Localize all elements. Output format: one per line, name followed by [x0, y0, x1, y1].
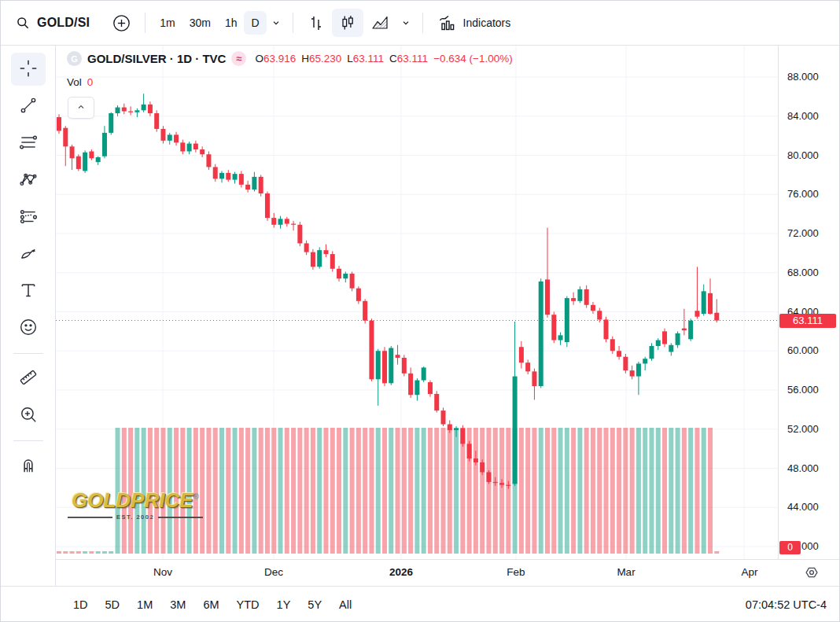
candle-body [271, 218, 276, 225]
price-tick-label: 44.000 [787, 501, 819, 513]
candle-body [584, 289, 589, 305]
volume-bar [577, 428, 582, 554]
volume-bar [636, 428, 641, 554]
volume-bar [174, 428, 179, 554]
candle-body [304, 243, 309, 252]
last-price-badge: 63.111 [779, 314, 836, 328]
chart-style-bars-button[interactable] [300, 9, 332, 37]
volume-bar-stub [70, 551, 75, 554]
price-tick-label: 80.000 [787, 149, 819, 161]
range-button-5d[interactable]: 5D [101, 594, 125, 615]
candle-body [708, 293, 713, 314]
range-button-all[interactable]: All [334, 594, 356, 615]
candle-body [187, 144, 192, 152]
indicators-icon [437, 13, 457, 32]
bar-chart-icon [307, 13, 326, 32]
indicators-button[interactable]: Indicators [430, 9, 518, 37]
candle-body [278, 219, 283, 224]
trading-chart-app: GOLD/SI 1m30m1hD [0, 0, 840, 622]
volume-bar [134, 428, 139, 554]
price-tick-label: 52.000 [787, 423, 819, 435]
candle-body [70, 146, 75, 158]
range-button-1m[interactable]: 1M [132, 594, 157, 615]
candle-body [643, 359, 647, 363]
price-tick-label: 76.000 [787, 188, 819, 200]
compare-add-button[interactable] [105, 9, 138, 38]
volume-bar-stub [102, 551, 107, 554]
volume-bar [278, 428, 283, 554]
xabcd-pattern-tool-button[interactable] [11, 164, 46, 197]
interval-button-1h[interactable]: 1h [218, 11, 245, 35]
chart-style-area-button[interactable] [363, 9, 396, 37]
volume-bar [414, 428, 419, 554]
interval-button-1m[interactable]: 1m [153, 11, 182, 35]
interval-button-30m[interactable]: 30m [182, 11, 218, 35]
gear-icon [802, 572, 821, 583]
volume-bar [382, 428, 387, 554]
fib-retracement-tool-button[interactable] [11, 127, 46, 160]
legend-title[interactable]: GOLD/SILVER · 1D · TVC [87, 52, 226, 65]
range-button-1y[interactable]: 1Y [272, 594, 296, 615]
volume-bar [610, 428, 615, 554]
delayed-data-badge[interactable]: ≈ [231, 51, 246, 66]
chart-style-candles-button[interactable] [332, 9, 363, 37]
volume-bar [363, 428, 367, 554]
time-axis[interactable]: NovDec2026FebMarApr [56, 559, 840, 586]
candle-body [441, 410, 446, 424]
candle-body [160, 129, 165, 141]
crosshair-tool-button[interactable] [11, 53, 46, 86]
symbol-search-button[interactable]: GOLD/SI [9, 10, 96, 35]
range-button-3m[interactable]: 3M [165, 594, 190, 615]
range-button-1d[interactable]: 1D [68, 594, 93, 615]
volume-bar [448, 428, 452, 554]
magnet-tool-button[interactable] [11, 449, 46, 482]
volume-legend[interactable]: Vol0 [67, 76, 93, 88]
candle-body [591, 305, 595, 311]
symbol-name: GOLD/SI [37, 16, 90, 30]
date-range-group: 1D5D1M3M6MYTD1Y5YAll [68, 594, 356, 615]
volume-bar [226, 428, 230, 554]
clock[interactable]: 07:04:52 UTC-4 [746, 598, 827, 611]
volume-bar [122, 428, 127, 554]
long-position-tool-button[interactable] [11, 201, 46, 234]
zoom-in-tool-button[interactable] [11, 399, 46, 432]
candle-body [317, 250, 322, 267]
measure-tool-button[interactable] [11, 362, 46, 395]
candlestick-chart[interactable] [56, 46, 778, 559]
volume-bar [519, 428, 524, 554]
zoom-in-icon [18, 404, 39, 427]
candlestick-icon [338, 13, 357, 32]
candle-body [239, 174, 244, 185]
chart-legend[interactable]: G GOLD/SILVER · 1D · TVC ≈ O63.916 H65.2… [67, 51, 513, 66]
chart-style-dropdown-chevron-icon[interactable] [396, 12, 415, 34]
collapse-legend-button[interactable] [68, 97, 94, 119]
volume-bar [259, 428, 263, 554]
range-button-6m[interactable]: 6M [198, 594, 223, 615]
interval-dropdown-chevron-icon[interactable] [267, 12, 286, 34]
volume-bar [662, 428, 667, 554]
emoji-tool-button[interactable] [11, 311, 46, 344]
candle-body [174, 134, 179, 142]
volume-value-badge: 0 [779, 541, 801, 554]
volume-bar [297, 428, 302, 554]
trend-line-tool-button[interactable] [11, 90, 46, 123]
brush-tool-button[interactable] [11, 237, 46, 271]
interval-button-d[interactable]: D [244, 11, 266, 35]
trend-line-icon [18, 95, 39, 118]
price-axis[interactable]: 88.00084.00080.00076.00072.00068.00064.0… [778, 46, 840, 559]
volume-bar [252, 428, 256, 554]
text-tool-button[interactable] [11, 274, 46, 307]
axis-settings-button[interactable] [801, 564, 822, 583]
range-button-5y[interactable]: 5Y [303, 594, 326, 615]
volume-bar [682, 428, 687, 554]
text-icon [18, 280, 39, 303]
candle-body [363, 301, 367, 321]
volume-bar [271, 428, 276, 554]
range-button-ytd[interactable]: YTD [232, 594, 264, 615]
candle-body [63, 128, 68, 147]
volume-bar [343, 428, 348, 554]
candle-body [382, 351, 387, 383]
volume-bar [233, 428, 238, 554]
candle-body [539, 282, 543, 386]
chart-pane[interactable]: GOLDPRICE® EST. 2002 G GOLD/SILVER · 1D … [56, 46, 778, 559]
